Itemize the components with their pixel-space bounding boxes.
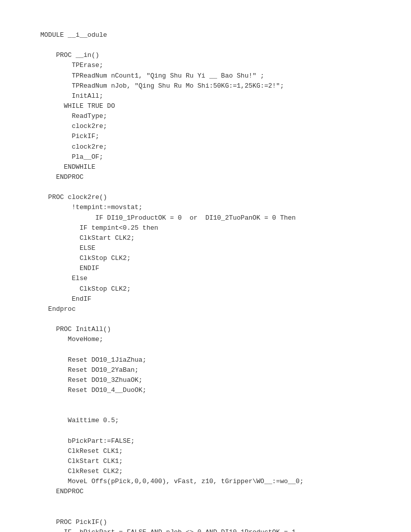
code-content: MODULE __i__odule PROC __in() TPErase; T… — [40, 30, 411, 532]
